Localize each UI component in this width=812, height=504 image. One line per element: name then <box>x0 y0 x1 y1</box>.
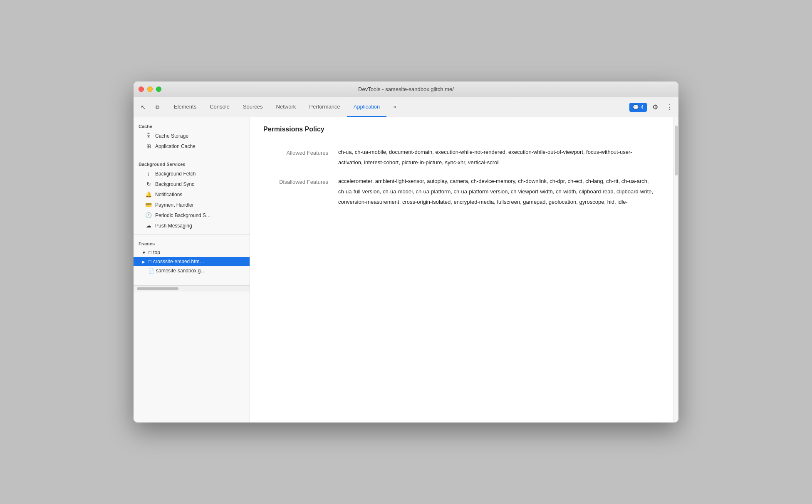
more-tabs-button[interactable]: » <box>386 97 403 117</box>
file-icon: 📄 <box>149 268 154 274</box>
issues-icon: 💬 <box>633 104 639 110</box>
devtools-window: DevTools - samesite-sandbox.glitch.me/ ↖… <box>134 82 678 422</box>
card-icon: 💳 <box>145 202 152 208</box>
vertical-scrollbar[interactable] <box>673 117 678 422</box>
frame-samesite-label: samesite-sandbox.g… <box>156 268 205 274</box>
expand-arrow-icon: ▼ <box>142 250 147 255</box>
sidebar-item-label: Payment Handler <box>155 202 194 208</box>
sidebar-item-label: Background Fetch <box>155 171 196 177</box>
sync-icon: ↻ <box>145 181 152 187</box>
disallowed-features-label: Disallowed Features <box>263 172 338 212</box>
disallowed-features-row: Disallowed Features accelerometer, ambie… <box>263 172 660 212</box>
frame-top-label: top <box>153 250 160 255</box>
tab-application[interactable]: Application <box>347 97 387 117</box>
titlebar: DevTools - samesite-sandbox.glitch.me/ <box>134 82 678 97</box>
traffic-lights <box>139 86 161 92</box>
sidebar-item-push-messaging[interactable]: ☁ Push Messaging <box>134 220 250 231</box>
allowed-features-value: ch-ua, ch-ua-mobile, document-domain, ex… <box>338 143 660 172</box>
minimize-button[interactable] <box>147 86 153 92</box>
cloud-icon: ☁ <box>145 222 152 229</box>
allowed-features-label: Allowed Features <box>263 143 338 172</box>
sidebar-item-label: Periodic Background S… <box>155 212 211 218</box>
scrollbar-thumb[interactable] <box>675 126 678 175</box>
tab-console[interactable]: Console <box>203 97 236 117</box>
frame-top[interactable]: ▼ □ top <box>134 248 250 257</box>
device-toggle-icon[interactable]: ⧉ <box>151 101 163 114</box>
issues-count: 4 <box>641 104 644 110</box>
sidebar-item-label: Notifications <box>155 192 182 198</box>
frame-samesite-sandbox[interactable]: 📄 samesite-sandbox.g… <box>134 266 250 275</box>
sidebar-item-payment-handler[interactable]: 💳 Payment Handler <box>134 200 250 210</box>
database-icon: 🗄 <box>145 133 152 139</box>
folder-icon: □ <box>149 250 151 255</box>
permissions-table: Allowed Features ch-ua, ch-ua-mobile, do… <box>263 143 660 211</box>
sidebar-item-label: Background Sync <box>155 181 194 187</box>
issues-badge-button[interactable]: 💬 4 <box>629 103 647 112</box>
sidebar-section-background-services: Background Services <box>134 158 250 168</box>
sidebar-item-label: Push Messaging <box>155 223 192 229</box>
more-options-icon[interactable]: ⋮ <box>663 101 675 113</box>
sidebar-item-label: Application Cache <box>155 143 196 149</box>
sidebar-item-background-fetch[interactable]: ↕ Background Fetch <box>134 168 250 179</box>
tab-sources[interactable]: Sources <box>236 97 270 117</box>
allowed-features-row: Allowed Features ch-ua, ch-ua-mobile, do… <box>263 143 660 172</box>
expand-arrow-icon: ▶ <box>142 259 147 264</box>
content-wrapper: Permissions Policy Allowed Features ch-u… <box>250 117 673 422</box>
toolbar-icons: ↖ ⧉ <box>134 97 167 117</box>
cursor-icon[interactable]: ↖ <box>137 101 149 114</box>
tab-network[interactable]: Network <box>270 97 303 117</box>
toolbar: ↖ ⧉ Elements Console Sources Network Per… <box>134 97 678 117</box>
sidebar-section-cache: Cache <box>134 121 250 131</box>
panel-title: Permissions Policy <box>263 126 660 133</box>
sidebar-item-background-sync[interactable]: ↻ Background Sync <box>134 179 250 189</box>
window-title: DevTools - samesite-sandbox.glitch.me/ <box>358 86 454 92</box>
disallowed-features-value: accelerometer, ambient-light-sensor, aut… <box>338 172 660 212</box>
sidebar-item-label: Cache Storage <box>155 133 188 139</box>
clock-icon: 🕐 <box>145 212 152 218</box>
sidebar: Cache 🗄 Cache Storage ⊞ Application Cach… <box>134 117 250 422</box>
sidebar-section-frames: Frames <box>134 238 250 248</box>
sidebar-divider <box>134 155 250 155</box>
sidebar-scrollbar-thumb[interactable] <box>137 287 178 290</box>
sidebar-divider-frames <box>134 234 250 235</box>
frame-crosssite-embed[interactable]: ▶ □ crosssite-embed.htm… <box>134 257 250 266</box>
settings-icon[interactable]: ⚙ <box>649 101 661 113</box>
close-button[interactable] <box>139 86 144 92</box>
toolbar-right: 💬 4 ⚙ ⋮ <box>626 97 678 117</box>
frames-tree: ▼ □ top ▶ □ crosssite-embed.htm… 📄 sames… <box>134 248 250 275</box>
tab-performance[interactable]: Performance <box>302 97 347 117</box>
sidebar-item-notifications[interactable]: 🔔 Notifications <box>134 189 250 200</box>
sidebar-item-application-cache[interactable]: ⊞ Application Cache <box>134 141 250 151</box>
frame-crosssite-label: crosssite-embed.htm… <box>153 259 204 264</box>
main-content: Cache 🗄 Cache Storage ⊞ Application Cach… <box>134 117 678 422</box>
sidebar-item-periodic-background-sync[interactable]: 🕐 Periodic Background S… <box>134 210 250 220</box>
iframe-icon: □ <box>149 259 151 264</box>
tab-bar: Elements Console Sources Network Perform… <box>167 97 626 117</box>
grid-icon: ⊞ <box>145 143 152 149</box>
upload-download-icon: ↕ <box>145 170 152 177</box>
content-panel: Permissions Policy Allowed Features ch-u… <box>250 117 673 422</box>
bell-icon: 🔔 <box>145 191 152 198</box>
sidebar-item-cache-storage[interactable]: 🗄 Cache Storage <box>134 131 250 141</box>
maximize-button[interactable] <box>156 86 161 92</box>
tab-elements[interactable]: Elements <box>167 97 203 117</box>
